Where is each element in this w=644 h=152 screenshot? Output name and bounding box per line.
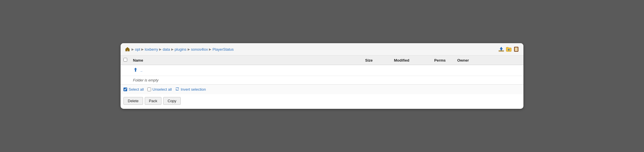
sep-5: ▶ [209,48,211,51]
parent-dir-size [362,65,391,76]
parent-dir-row: .. [121,65,523,76]
empty-folder-row: Folder is empty [121,76,523,85]
parent-dir-actions [489,65,523,76]
column-header-perms: Perms [431,56,454,65]
sep-1: ▶ [141,48,144,51]
upload-icon[interactable] [498,46,504,52]
empty-perms [431,76,454,85]
empty-modified [391,76,431,85]
breadcrumb-plugins[interactable]: plugins [175,47,186,52]
parent-dir-icon [133,67,138,74]
column-header-size: Size [362,56,391,65]
select-all-item[interactable]: Select all [123,87,144,92]
table-header-row: Name Size Modified Perms Owner [121,56,523,65]
breadcrumb-opt[interactable]: opt [135,47,140,52]
parent-dir-label: .. [140,68,142,73]
parent-dir-cell: .. [130,65,362,76]
sep-4: ▶ [188,48,190,51]
selection-bar: Select all Unselect all Invert selection [121,84,523,94]
svg-rect-1 [499,50,504,52]
select-all-link[interactable]: Select all [129,87,144,92]
breadcrumb-sonos4lox[interactable]: sonos4lox [191,47,208,52]
invert-selection-link[interactable]: Invert selection [181,87,206,92]
breadcrumb-playerstatus[interactable]: PlayerStatus [212,47,234,52]
empty-checkbox-cell [121,76,130,85]
breadcrumb: ▶ opt ▶ loxberry ▶ data ▶ plugins ▶ sono… [125,46,234,52]
header-checkbox-cell [121,56,130,65]
column-header-owner: Owner [454,56,489,65]
svg-marker-2 [500,47,503,50]
svg-marker-10 [134,68,137,72]
parent-dir-link[interactable]: .. [133,67,359,74]
delete-button[interactable]: Delete [123,97,143,105]
breadcrumb-bar: ▶ opt ▶ loxberry ▶ data ▶ plugins ▶ sono… [121,43,523,56]
unselect-all-link[interactable]: Unselect all [153,87,172,92]
parent-dir-modified [391,65,431,76]
action-buttons: Delete Pack Copy [121,94,523,109]
invert-selection-item[interactable]: Invert selection [175,87,206,92]
file-table: Name Size Modified Perms Owner [121,56,523,84]
empty-owner [454,76,489,85]
column-header-actions [489,56,523,65]
pack-button[interactable]: Pack [145,97,162,105]
parent-dir-checkbox-cell [121,65,130,76]
book-icon[interactable] [513,46,519,52]
svg-rect-0 [127,50,128,51]
parent-dir-owner [454,65,489,76]
file-manager-panel: ▶ opt ▶ loxberry ▶ data ▶ plugins ▶ sono… [121,43,523,109]
svg-rect-4 [508,50,510,50]
unselect-all-item[interactable]: Unselect all [147,87,172,92]
column-header-modified: Modified [391,56,431,65]
parent-dir-perms [431,65,454,76]
column-header-name: Name [130,56,362,65]
breadcrumb-data[interactable]: data [163,47,170,52]
home-icon[interactable] [125,46,130,52]
sep-3: ▶ [171,48,174,51]
copy-button[interactable]: Copy [163,97,180,105]
empty-message-cell: Folder is empty [130,76,362,85]
folder-add-icon[interactable] [506,46,512,52]
invert-icon [175,87,179,92]
toolbar-icons [498,46,519,52]
empty-size [362,76,391,85]
unselect-all-checkbox[interactable] [147,88,151,91]
sep-2: ▶ [159,48,161,51]
select-all-checkbox[interactable] [123,88,127,91]
selection-controls: Select all Unselect all Invert selection [123,87,206,92]
sep-0: ▶ [132,48,134,51]
breadcrumb-loxberry[interactable]: loxberry [145,47,158,52]
empty-actions [489,76,523,85]
empty-message: Folder is empty [133,78,159,82]
header-checkbox[interactable] [123,58,127,62]
